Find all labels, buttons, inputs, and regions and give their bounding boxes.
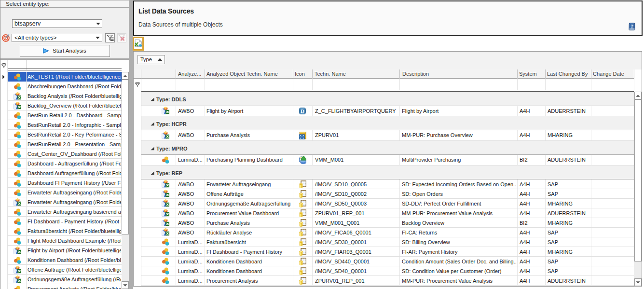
svg-text:D: D <box>301 108 304 114</box>
svg-text:?: ? <box>630 23 633 28</box>
